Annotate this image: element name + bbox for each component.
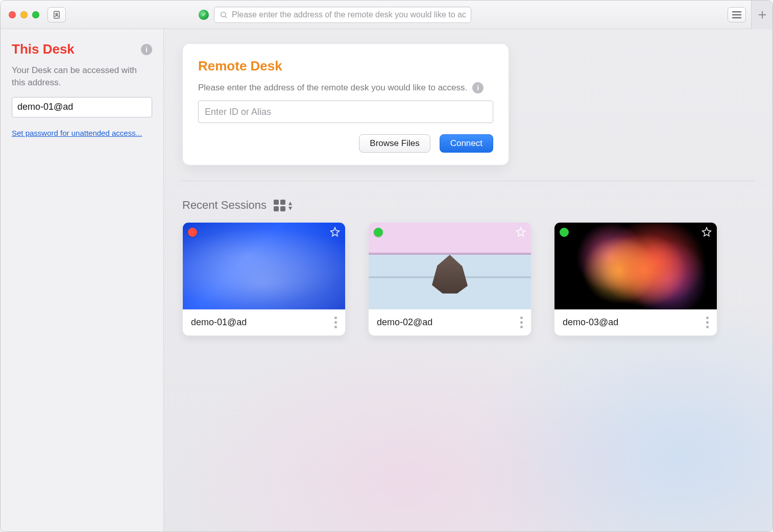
set-password-link[interactable]: Set password for unattended access... [12, 129, 142, 137]
session-thumbnail [554, 223, 717, 309]
status-dot-icon [374, 228, 383, 237]
sidebar-description: Your Desk can be accessed with this addr… [12, 64, 152, 89]
status-dot-icon [188, 228, 197, 237]
svg-point-2 [221, 12, 226, 16]
star-icon [516, 227, 526, 237]
grid-icon [274, 200, 285, 211]
session-bar: demo-01@ad [183, 309, 345, 335]
new-tab-button[interactable] [751, 1, 772, 29]
session-card[interactable]: demo-01@ad [182, 222, 346, 336]
star-icon [702, 227, 712, 237]
divider [182, 181, 754, 181]
session-more-button[interactable] [334, 317, 337, 328]
svg-rect-5 [732, 17, 741, 18]
traffic-lights [9, 11, 39, 18]
sidebar: This Desk i Your Desk can be accessed wi… [1, 29, 164, 531]
recent-sessions-header: Recent Sessions ▴▾ [182, 199, 754, 212]
remote-desk-card: Remote Desk Please enter the address of … [182, 43, 509, 165]
this-desk-address-input[interactable] [12, 97, 152, 117]
svg-rect-4 [732, 14, 741, 15]
window-close-button[interactable] [9, 11, 16, 18]
hamburger-icon [732, 11, 741, 18]
window-body: This Desk i Your Desk can be accessed wi… [1, 29, 772, 531]
address-search-input[interactable] [232, 10, 466, 19]
session-more-button[interactable] [706, 317, 709, 328]
session-more-button[interactable] [520, 317, 523, 328]
session-card[interactable]: demo-02@ad [368, 222, 532, 336]
session-name: demo-01@ad [191, 317, 247, 328]
session-thumbnail [183, 223, 345, 309]
favorite-button[interactable] [702, 227, 712, 237]
info-icon[interactable]: i [141, 44, 152, 55]
session-bar: demo-03@ad [554, 309, 717, 335]
remote-address-input[interactable] [198, 101, 493, 123]
main-area: Remote Desk Please enter the address of … [164, 29, 772, 531]
app-window: This Desk i Your Desk can be accessed wi… [0, 0, 773, 532]
plus-icon [758, 11, 766, 19]
svg-point-1 [56, 13, 58, 15]
connect-button[interactable]: Connect [440, 134, 493, 153]
remote-desk-description: Please enter the address of the remote d… [198, 83, 467, 93]
recent-sessions-title: Recent Sessions [182, 199, 267, 212]
session-grid: demo-01@addemo-02@addemo-03@ad [182, 222, 754, 336]
star-icon [330, 227, 340, 237]
status-ok-icon [199, 10, 209, 20]
svg-rect-3 [732, 11, 741, 12]
status-dot-icon [560, 228, 569, 237]
session-thumbnail [369, 223, 531, 309]
favorite-button[interactable] [516, 227, 526, 237]
address-book-button[interactable] [47, 7, 66, 22]
tab-strip [751, 1, 772, 29]
sidebar-title: This Desk [12, 41, 75, 57]
session-bar: demo-02@ad [369, 309, 531, 335]
view-toggle[interactable]: ▴▾ [274, 200, 292, 211]
address-search[interactable] [214, 7, 471, 23]
session-card[interactable]: demo-03@ad [554, 222, 717, 336]
session-name: demo-02@ad [377, 317, 432, 328]
favorite-button[interactable] [330, 227, 340, 237]
sort-updown-icon: ▴▾ [288, 200, 292, 210]
remote-desk-title: Remote Desk [198, 58, 493, 74]
window-zoom-button[interactable] [32, 11, 39, 18]
browse-files-button[interactable]: Browse Files [359, 134, 430, 153]
search-icon [220, 11, 228, 19]
titlebar [1, 1, 772, 29]
info-icon[interactable]: i [472, 82, 484, 93]
session-name: demo-03@ad [563, 317, 618, 328]
window-minimize-button[interactable] [20, 11, 28, 18]
menu-button[interactable] [728, 7, 746, 22]
